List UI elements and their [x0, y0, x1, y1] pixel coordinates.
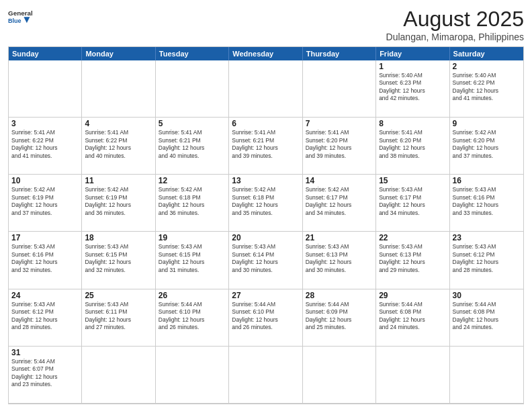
calendar-cell-empty [376, 347, 449, 404]
cell-sun-info: Sunrise: 5:43 AMSunset: 6:13 PMDaylight:… [379, 243, 446, 274]
calendar-cell-9: 9Sunrise: 5:42 AMSunset: 6:20 PMDaylight… [450, 118, 523, 175]
cell-day-number: 10 [11, 176, 79, 185]
svg-marker-1 [24, 17, 30, 23]
cell-sun-info: Sunrise: 5:43 AMSunset: 6:11 PMDaylight:… [85, 301, 152, 332]
calendar-cell-10: 10Sunrise: 5:42 AMSunset: 6:19 PMDayligh… [9, 175, 82, 232]
calendar-cell-28: 28Sunrise: 5:44 AMSunset: 6:09 PMDayligh… [303, 289, 376, 347]
calendar-cell-1: 1Sunrise: 5:40 AMSunset: 6:23 PMDaylight… [376, 60, 449, 118]
calendar-cell-24: 24Sunrise: 5:43 AMSunset: 6:12 PMDayligh… [9, 289, 82, 347]
calendar-cell-20: 20Sunrise: 5:43 AMSunset: 6:14 PMDayligh… [229, 232, 302, 289]
cell-sun-info: Sunrise: 5:43 AMSunset: 6:16 PMDaylight:… [453, 186, 521, 217]
cell-day-number: 9 [453, 119, 521, 128]
month-title: August 2025 [386, 7, 524, 32]
cell-day-number: 5 [159, 119, 226, 128]
day-header-monday: Monday [82, 47, 155, 60]
cell-sun-info: Sunrise: 5:44 AMSunset: 6:10 PMDaylight:… [159, 301, 226, 332]
calendar-cell-empty [9, 60, 82, 118]
cell-day-number: 28 [306, 291, 373, 300]
calendar-cell-29: 29Sunrise: 5:44 AMSunset: 6:08 PMDayligh… [376, 289, 449, 347]
calendar-cell-22: 22Sunrise: 5:43 AMSunset: 6:13 PMDayligh… [376, 232, 449, 289]
cell-day-number: 25 [85, 291, 152, 300]
calendar-cell-25: 25Sunrise: 5:43 AMSunset: 6:11 PMDayligh… [82, 289, 155, 347]
calendar-cell-12: 12Sunrise: 5:42 AMSunset: 6:18 PMDayligh… [156, 175, 229, 232]
cell-day-number: 30 [453, 291, 521, 300]
calendar-cell-17: 17Sunrise: 5:43 AMSunset: 6:16 PMDayligh… [9, 232, 82, 289]
location: Dulangan, Mimaropa, Philippines [386, 32, 524, 42]
logo: General Blue [8, 7, 32, 27]
cell-sun-info: Sunrise: 5:43 AMSunset: 6:15 PMDaylight:… [85, 243, 152, 274]
calendar-cell-empty [303, 60, 376, 118]
calendar-cell-14: 14Sunrise: 5:42 AMSunset: 6:17 PMDayligh… [303, 175, 376, 232]
calendar-cell-16: 16Sunrise: 5:43 AMSunset: 6:16 PMDayligh… [450, 175, 523, 232]
day-header-tuesday: Tuesday [156, 47, 229, 60]
cell-sun-info: Sunrise: 5:43 AMSunset: 6:16 PMDaylight:… [11, 243, 79, 274]
cell-day-number: 17 [11, 233, 79, 242]
cell-day-number: 19 [159, 233, 226, 242]
cell-day-number: 23 [453, 233, 521, 242]
calendar-cell-4: 4Sunrise: 5:41 AMSunset: 6:22 PMDaylight… [82, 118, 155, 175]
calendar-cell-21: 21Sunrise: 5:43 AMSunset: 6:13 PMDayligh… [303, 232, 376, 289]
cell-sun-info: Sunrise: 5:42 AMSunset: 6:18 PMDaylight:… [159, 186, 226, 217]
svg-text:General: General [8, 9, 32, 17]
cell-sun-info: Sunrise: 5:40 AMSunset: 6:23 PMDaylight:… [379, 72, 446, 103]
svg-text:Blue: Blue [8, 17, 21, 24]
calendar-cell-empty [229, 60, 302, 118]
cell-day-number: 12 [159, 176, 226, 185]
cell-sun-info: Sunrise: 5:43 AMSunset: 6:17 PMDaylight:… [379, 186, 446, 217]
cell-sun-info: Sunrise: 5:43 AMSunset: 6:12 PMDaylight:… [453, 243, 521, 274]
cell-day-number: 21 [306, 233, 373, 242]
calendar-cell-23: 23Sunrise: 5:43 AMSunset: 6:12 PMDayligh… [450, 232, 523, 289]
cell-sun-info: Sunrise: 5:41 AMSunset: 6:21 PMDaylight:… [159, 129, 226, 160]
cell-day-number: 20 [232, 233, 299, 242]
cell-sun-info: Sunrise: 5:41 AMSunset: 6:22 PMDaylight:… [11, 129, 79, 160]
cell-sun-info: Sunrise: 5:44 AMSunset: 6:08 PMDaylight:… [453, 301, 521, 332]
cell-day-number: 7 [306, 119, 373, 128]
calendar-cell-18: 18Sunrise: 5:43 AMSunset: 6:15 PMDayligh… [82, 232, 155, 289]
cell-sun-info: Sunrise: 5:43 AMSunset: 6:12 PMDaylight:… [11, 301, 79, 332]
calendar: SundayMondayTuesdayWednesdayThursdayFrid… [8, 46, 524, 404]
cell-sun-info: Sunrise: 5:43 AMSunset: 6:15 PMDaylight:… [159, 243, 226, 274]
calendar-cell-3: 3Sunrise: 5:41 AMSunset: 6:22 PMDaylight… [9, 118, 82, 175]
calendar-cell-30: 30Sunrise: 5:44 AMSunset: 6:08 PMDayligh… [450, 289, 523, 347]
day-header-thursday: Thursday [303, 47, 376, 60]
cell-sun-info: Sunrise: 5:43 AMSunset: 6:13 PMDaylight:… [306, 243, 373, 274]
cell-day-number: 22 [379, 233, 446, 242]
calendar-cell-7: 7Sunrise: 5:41 AMSunset: 6:20 PMDaylight… [303, 118, 376, 175]
cell-sun-info: Sunrise: 5:42 AMSunset: 6:17 PMDaylight:… [306, 186, 373, 217]
cell-sun-info: Sunrise: 5:44 AMSunset: 6:09 PMDaylight:… [306, 301, 373, 332]
cell-sun-info: Sunrise: 5:42 AMSunset: 6:20 PMDaylight:… [453, 129, 521, 160]
day-headers: SundayMondayTuesdayWednesdayThursdayFrid… [9, 47, 523, 60]
calendar-cell-6: 6Sunrise: 5:41 AMSunset: 6:21 PMDaylight… [229, 118, 302, 175]
cell-day-number: 14 [306, 176, 373, 185]
cell-day-number: 13 [232, 176, 299, 185]
cell-sun-info: Sunrise: 5:40 AMSunset: 6:22 PMDaylight:… [453, 72, 521, 103]
calendar-cell-8: 8Sunrise: 5:41 AMSunset: 6:20 PMDaylight… [376, 118, 449, 175]
cell-day-number: 26 [159, 291, 226, 300]
cell-sun-info: Sunrise: 5:42 AMSunset: 6:19 PMDaylight:… [85, 186, 152, 217]
calendar-cell-empty [82, 347, 155, 404]
cell-sun-info: Sunrise: 5:41 AMSunset: 6:20 PMDaylight:… [306, 129, 373, 160]
day-header-wednesday: Wednesday [229, 47, 302, 60]
day-header-saturday: Saturday [450, 47, 523, 60]
cell-sun-info: Sunrise: 5:44 AMSunset: 6:08 PMDaylight:… [379, 301, 446, 332]
calendar-cell-15: 15Sunrise: 5:43 AMSunset: 6:17 PMDayligh… [376, 175, 449, 232]
cell-sun-info: Sunrise: 5:41 AMSunset: 6:21 PMDaylight:… [232, 129, 299, 160]
cell-sun-info: Sunrise: 5:42 AMSunset: 6:18 PMDaylight:… [232, 186, 299, 217]
cell-day-number: 8 [379, 119, 446, 128]
header: General Blue August 2025 Dulangan, Mimar… [8, 7, 524, 42]
calendar-cell-27: 27Sunrise: 5:44 AMSunset: 6:10 PMDayligh… [229, 289, 302, 347]
calendar-cell-empty [303, 347, 376, 404]
day-header-friday: Friday [376, 47, 449, 60]
cell-sun-info: Sunrise: 5:41 AMSunset: 6:20 PMDaylight:… [379, 129, 446, 160]
calendar-cell-empty [156, 60, 229, 118]
cell-sun-info: Sunrise: 5:44 AMSunset: 6:10 PMDaylight:… [232, 301, 299, 332]
calendar-cell-26: 26Sunrise: 5:44 AMSunset: 6:10 PMDayligh… [156, 289, 229, 347]
calendar-cell-empty [229, 347, 302, 404]
day-header-sunday: Sunday [9, 47, 82, 60]
generalblue-logo-icon: General Blue [8, 7, 32, 27]
cell-day-number: 31 [11, 348, 79, 357]
cell-day-number: 27 [232, 291, 299, 300]
cell-day-number: 18 [85, 233, 152, 242]
calendar-cell-11: 11Sunrise: 5:42 AMSunset: 6:19 PMDayligh… [82, 175, 155, 232]
calendar-cell-empty [82, 60, 155, 118]
